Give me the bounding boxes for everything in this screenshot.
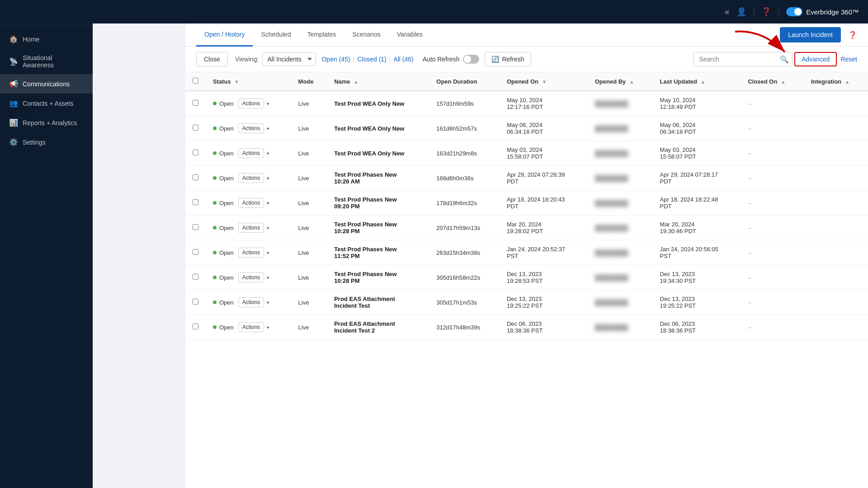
header-last-updated[interactable]: Last Updated ▲ xyxy=(653,72,741,91)
row-select-checkbox[interactable] xyxy=(193,100,198,106)
actions-chevron-icon[interactable]: ▾ xyxy=(267,300,269,305)
auto-refresh-toggle[interactable] xyxy=(463,55,479,64)
actions-button[interactable]: Actions xyxy=(238,272,264,282)
contacts-assets-icon: 👥 xyxy=(9,99,17,108)
tab-help-icon[interactable]: ❓ xyxy=(848,31,857,39)
settings-icon: ⚙️ xyxy=(9,138,17,146)
row-name: Test Prod Phases New09:20 PM xyxy=(327,191,429,216)
tab-scenarios[interactable]: Scenarios xyxy=(344,23,388,47)
row-integration xyxy=(804,166,868,191)
row-status: Open Actions ▾ xyxy=(206,240,291,265)
sidebar-item-label-contacts-assets: Contacts + Assets xyxy=(23,100,73,107)
table-row: Open Actions ▾ Live Test Prod Phases New… xyxy=(185,191,868,216)
user-icon[interactable]: 👤 xyxy=(736,7,746,17)
row-checkbox xyxy=(185,315,206,340)
row-opened-by: ████████ xyxy=(588,91,653,116)
status-open-text: Open xyxy=(219,274,234,281)
actions-button[interactable]: Actions xyxy=(238,173,264,183)
row-opened-by: ████████ xyxy=(588,166,653,191)
sidebar-item-contacts-assets[interactable]: 👥 Contacts + Assets xyxy=(0,94,93,113)
actions-chevron-icon[interactable]: ▾ xyxy=(267,126,269,131)
row-select-checkbox[interactable] xyxy=(193,324,198,329)
actions-chevron-icon[interactable]: ▾ xyxy=(267,101,269,106)
row-select-checkbox[interactable] xyxy=(193,224,198,230)
filter-closed[interactable]: Closed (1) xyxy=(357,56,387,63)
row-closed-on: – xyxy=(741,265,803,290)
actions-chevron-icon[interactable]: ▾ xyxy=(267,201,269,206)
viewing-select[interactable]: All Incidents My Incidents Archived xyxy=(262,52,316,66)
actions-button[interactable]: Actions xyxy=(238,297,264,307)
actions-chevron-icon[interactable]: ▾ xyxy=(267,275,269,280)
sidebar-item-reports-analytics[interactable]: 📊 Reports + Analytics xyxy=(0,113,93,132)
tab-open-history[interactable]: Open / History xyxy=(196,23,253,47)
filter-all[interactable]: All (46) xyxy=(393,56,413,63)
tab-templates[interactable]: Templates xyxy=(299,23,344,47)
actions-button[interactable]: Actions xyxy=(238,198,264,208)
row-select-checkbox[interactable] xyxy=(193,249,198,255)
sidebar-item-settings[interactable]: ⚙️ Settings xyxy=(0,132,93,152)
row-status: Open Actions ▾ xyxy=(206,91,291,116)
actions-button[interactable]: Actions xyxy=(238,248,264,258)
actions-chevron-icon[interactable]: ▾ xyxy=(267,250,269,255)
row-mode: Live xyxy=(291,91,327,116)
row-name: Prod EAS AttachmentIncident Test 2 xyxy=(327,315,429,340)
sidebar-item-situational-awareness[interactable]: 📡 Situational Awareness xyxy=(0,49,93,74)
tab-variables[interactable]: Variables xyxy=(389,23,431,47)
brand-toggle[interactable] xyxy=(786,7,802,16)
row-select-checkbox[interactable] xyxy=(193,199,198,205)
help-icon[interactable]: ❓ xyxy=(761,7,771,17)
header-closed-on[interactable]: Closed On ▲ xyxy=(741,72,803,91)
launch-incident-button[interactable]: Launch Incident xyxy=(780,27,841,42)
actions-button[interactable]: Actions xyxy=(238,223,264,233)
refresh-button[interactable]: 🔄 Refresh xyxy=(485,52,531,66)
status-dot xyxy=(213,102,217,105)
select-all-checkbox[interactable] xyxy=(193,78,198,84)
advanced-button[interactable]: Advanced xyxy=(794,52,837,66)
actions-button[interactable]: Actions xyxy=(238,322,264,332)
filter-open[interactable]: Open (45) xyxy=(321,56,350,63)
header-name[interactable]: Name ▲ xyxy=(327,72,429,91)
status-dot xyxy=(213,201,217,205)
actions-chevron-icon[interactable]: ▾ xyxy=(267,176,269,181)
row-name: Test Prod WEA Only New xyxy=(327,116,429,141)
actions-chevron-icon[interactable]: ▾ xyxy=(267,225,269,230)
row-select-checkbox[interactable] xyxy=(193,125,198,131)
search-icon[interactable]: 🔍 xyxy=(780,55,789,64)
status-open-text: Open xyxy=(219,100,234,107)
row-status: Open Actions ▾ xyxy=(206,191,291,216)
auto-refresh-group: Auto Refresh xyxy=(423,55,480,64)
collapse-icon[interactable]: « xyxy=(725,7,729,17)
header-mode: Mode xyxy=(291,72,327,91)
actions-button[interactable]: Actions xyxy=(238,148,264,158)
close-button[interactable]: Close xyxy=(196,52,228,66)
row-last-updated: Jan 24, 2024 20:56:05 PST xyxy=(653,240,741,265)
row-name: Test Prod Phases New10:28 PM xyxy=(327,265,429,290)
tab-scheduled[interactable]: Scheduled xyxy=(253,23,299,47)
sidebar-item-home[interactable]: 🏠 Home xyxy=(0,29,93,49)
row-select-checkbox[interactable] xyxy=(193,299,198,305)
search-input[interactable] xyxy=(693,52,793,66)
sidebar-item-label-communications: Communications xyxy=(23,80,70,88)
toolbar: Close Viewing: All Incidents My Incident… xyxy=(185,47,868,72)
header-status[interactable]: Status ▼ xyxy=(206,72,291,91)
actions-chevron-icon[interactable]: ▾ xyxy=(267,325,269,330)
header-opened-by[interactable]: Opened By ▲ xyxy=(588,72,653,91)
tabs-bar: Open / History Scheduled Templates Scena… xyxy=(185,23,868,47)
sidebar-item-label-home: Home xyxy=(23,36,39,43)
row-opened-by: ████████ xyxy=(588,290,653,315)
actions-chevron-icon[interactable]: ▾ xyxy=(267,151,269,156)
sidebar-item-communications[interactable]: 📢 Communications xyxy=(0,74,93,94)
header-integration[interactable]: Integration ▲ xyxy=(804,72,868,91)
row-opened-on: Apr 18, 2024 18:20:43 PDT xyxy=(500,191,588,216)
refresh-icon: 🔄 xyxy=(491,56,499,63)
row-select-checkbox[interactable] xyxy=(193,150,198,155)
row-last-updated: Apr 29, 2024 07:28:17 PDT xyxy=(653,166,741,191)
row-select-checkbox[interactable] xyxy=(193,174,198,180)
actions-button[interactable]: Actions xyxy=(238,99,264,108)
header-opened-on[interactable]: Opened On ▼ xyxy=(500,72,588,91)
actions-button[interactable]: Actions xyxy=(238,123,264,133)
reset-link[interactable]: Reset xyxy=(840,56,857,63)
tabs-left: Open / History Scheduled Templates Scena… xyxy=(196,23,431,46)
row-status: Open Actions ▾ xyxy=(206,216,291,240)
row-select-checkbox[interactable] xyxy=(193,274,198,280)
